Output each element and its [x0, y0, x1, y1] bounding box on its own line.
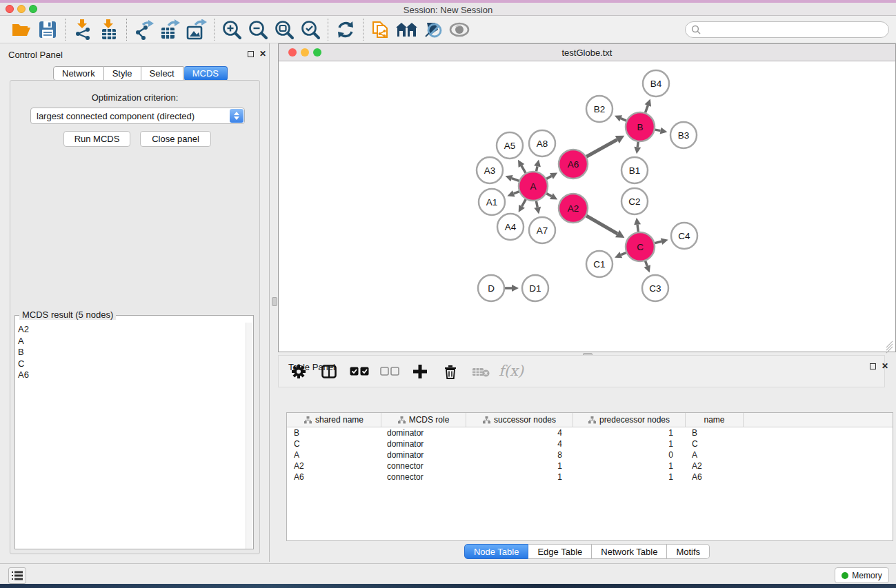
task-history-button[interactable] — [8, 567, 26, 584]
float-panel-icon[interactable] — [248, 51, 254, 57]
cell-successor-nodes[interactable]: 4 — [466, 428, 573, 438]
show-hidden-button[interactable] — [446, 18, 472, 41]
tab-mcds[interactable]: MCDS — [184, 66, 228, 81]
cell-successor-nodes[interactable]: 1 — [466, 472, 573, 482]
edge-B-B1[interactable] — [637, 142, 638, 147]
edge-B-B3[interactable] — [655, 130, 661, 131]
cell-name[interactable]: A2 — [686, 461, 744, 471]
cell-name[interactable]: C — [686, 439, 744, 449]
table-row[interactable]: Bdominator41B — [287, 427, 893, 438]
zoom-fit-button[interactable] — [271, 18, 297, 41]
column-header-shared-name[interactable]: shared name — [287, 413, 381, 427]
delete-table-button-disabled[interactable] — [469, 360, 492, 383]
tab-network-table[interactable]: Network Table — [592, 544, 667, 559]
cell-shared-name[interactable]: A6 — [287, 472, 381, 482]
vertical-splitter-handle[interactable] — [272, 297, 277, 306]
cell-predecessor-nodes[interactable]: 1 — [573, 472, 686, 482]
edge-C-C3[interactable] — [646, 261, 648, 266]
cell-MCDS-role[interactable]: dominator — [381, 428, 466, 438]
hide-labels-button[interactable] — [420, 18, 446, 41]
save-session-button[interactable] — [34, 18, 61, 41]
edge-B-B4[interactable] — [646, 105, 648, 112]
zoom-in-button[interactable] — [219, 18, 245, 41]
search-input[interactable] — [701, 25, 873, 34]
cell-shared-name[interactable]: B — [287, 428, 381, 438]
resize-grip-icon[interactable] — [885, 342, 894, 350]
edge-C-C2[interactable] — [637, 225, 638, 232]
edge-A-A5[interactable] — [521, 165, 526, 172]
table-row[interactable]: A6connector11A6 — [287, 472, 893, 483]
cell-predecessor-nodes[interactable]: 1 — [573, 428, 686, 438]
import-table-button[interactable] — [96, 18, 122, 41]
function-builder-button-disabled[interactable]: f(x) — [499, 360, 523, 383]
cell-successor-nodes[interactable]: 8 — [466, 450, 573, 460]
column-header-successor-nodes[interactable]: successor nodes — [466, 413, 573, 427]
export-network-button[interactable] — [131, 18, 157, 41]
cell-name[interactable]: A6 — [686, 472, 744, 482]
cell-shared-name[interactable]: A — [287, 450, 381, 460]
tab-node-table[interactable]: Node Table — [464, 544, 529, 559]
edge-A2-C[interactable] — [586, 216, 617, 234]
edge-A-A1[interactable] — [514, 192, 519, 194]
network-graph[interactable]: AA1A2A3A4A5A6A7A8BB1B2B3B4CC1C2C3C4DD1 — [279, 61, 895, 352]
cell-successor-nodes[interactable]: 1 — [466, 461, 573, 471]
table-row[interactable]: A2connector11A2 — [287, 460, 893, 472]
scrollbar-track[interactable] — [246, 323, 252, 549]
cell-predecessor-nodes[interactable]: 0 — [573, 450, 686, 460]
edge-A-A6[interactable] — [546, 176, 551, 179]
edge-A-A3[interactable] — [512, 179, 519, 181]
cell-predecessor-nodes[interactable]: 1 — [573, 461, 686, 471]
cell-MCDS-role[interactable]: connector — [381, 461, 466, 471]
table-row[interactable]: Adominator80A — [287, 449, 893, 460]
edge-A-A2[interactable] — [546, 194, 551, 196]
cell-successor-nodes[interactable]: 4 — [466, 439, 573, 449]
mcds-result-item[interactable]: B — [18, 347, 29, 358]
criterion-dropdown[interactable]: largest connected component (directed) — [30, 108, 245, 124]
zoom-selected-button[interactable] — [297, 18, 323, 41]
close-panel-button[interactable]: Close panel — [140, 131, 211, 147]
cell-predecessor-nodes[interactable]: 1 — [573, 439, 686, 449]
cell-name[interactable]: B — [686, 428, 744, 438]
close-table-panel-icon[interactable]: ✕ — [882, 361, 888, 371]
column-header-name[interactable]: name — [686, 413, 744, 427]
edge-A-A4[interactable] — [522, 199, 526, 206]
column-header-MCDS-role[interactable]: MCDS role — [381, 413, 466, 427]
run-mcds-button[interactable]: Run MCDS — [63, 131, 130, 147]
cell-shared-name[interactable]: A2 — [287, 461, 381, 471]
select-all-button[interactable] — [348, 360, 371, 383]
table-row[interactable]: Cdominator41C — [287, 438, 893, 449]
dropdown-stepper-icon[interactable] — [230, 109, 243, 123]
tab-select[interactable]: Select — [141, 66, 183, 81]
edge-B-B2[interactable] — [621, 119, 626, 121]
float-table-panel-icon[interactable] — [870, 363, 876, 369]
close-panel-icon[interactable]: ✕ — [259, 49, 266, 59]
mcds-result-item[interactable]: A6 — [18, 369, 29, 381]
edge-C-C1[interactable] — [621, 253, 626, 255]
refresh-view-button[interactable] — [332, 18, 359, 41]
cell-shared-name[interactable]: C — [287, 439, 381, 449]
delete-column-button[interactable] — [439, 360, 462, 383]
mcds-result-item[interactable]: A2 — [18, 324, 29, 336]
open-session-button[interactable] — [8, 18, 34, 41]
export-image-button[interactable] — [183, 18, 210, 41]
import-network-button[interactable] — [70, 18, 96, 41]
clone-network-button[interactable] — [368, 18, 394, 41]
cell-MCDS-role[interactable]: dominator — [381, 439, 466, 449]
edge-A-A8[interactable] — [537, 166, 538, 171]
add-column-button[interactable] — [408, 360, 432, 383]
mcds-result-item[interactable]: A — [18, 336, 29, 347]
tab-motifs[interactable]: Motifs — [667, 544, 710, 559]
edge-A6-B[interactable] — [586, 139, 617, 156]
search-field[interactable] — [685, 21, 889, 38]
deselect-all-button[interactable] — [378, 360, 401, 383]
memory-button[interactable]: Memory — [835, 567, 889, 583]
tab-style[interactable]: Style — [104, 66, 141, 81]
network-canvas[interactable]: AA1A2A3A4A5A6A7A8BB1B2B3B4CC1C2C3C4DD1 — [279, 61, 895, 352]
column-header-predecessor-nodes[interactable]: predecessor nodes — [573, 413, 686, 427]
edge-A-A7[interactable] — [536, 201, 537, 207]
cell-MCDS-role[interactable]: connector — [381, 472, 466, 482]
tab-network[interactable]: Network — [53, 66, 104, 81]
node-table[interactable]: shared nameMCDS rolesuccessor nodesprede… — [286, 412, 893, 541]
export-table-button[interactable] — [157, 18, 183, 41]
cell-name[interactable]: A — [686, 450, 744, 460]
